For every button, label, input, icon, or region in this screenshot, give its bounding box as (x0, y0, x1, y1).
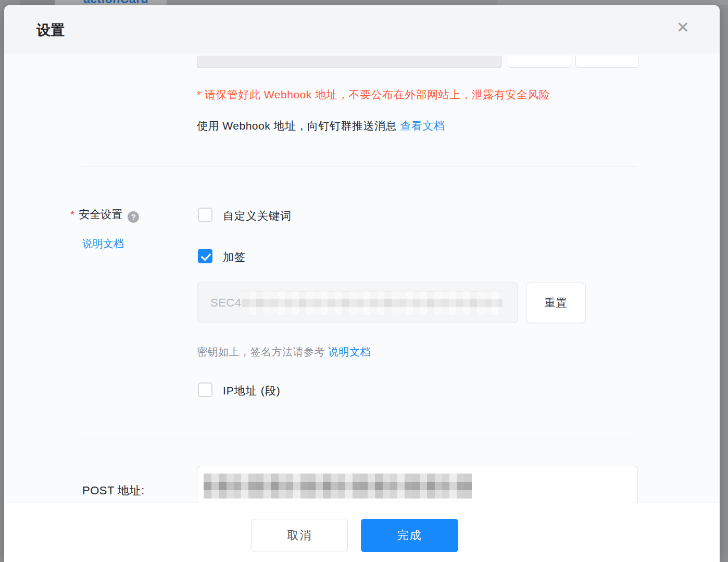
cancel-button[interactable]: 取消 (252, 519, 348, 552)
help-question-icon[interactable]: ? (128, 211, 139, 223)
key-note-text: 密钥如上，签名方法请参考 (197, 346, 325, 357)
backdrop-block (20, 0, 55, 5)
webhook-warning-text: * 请保管好此 Webhook 地址，不要公布在外部网站上，泄露有安全风险 (197, 87, 550, 102)
webhook-url-input[interactable] (197, 56, 501, 68)
checkbox-custom-keywords[interactable] (198, 208, 212, 222)
post-address-redacted-blur (204, 474, 472, 499)
post-address-label: POST 地址: (82, 483, 145, 499)
post-address-input[interactable] (197, 466, 638, 503)
page-overlay: actionCard (0, 0, 728, 5)
section-divider (77, 439, 638, 439)
required-asterisk: * (70, 208, 74, 220)
security-label-text: 安全设置 (79, 208, 122, 220)
secret-key-redacted-blur (242, 291, 503, 315)
confirm-button[interactable]: 完成 (361, 519, 458, 552)
settings-dialog: 设置 ✕ * 请保管好此 Webhook 地址，不要公布在外部网站上，泄露有安全… (4, 5, 720, 562)
view-docs-link[interactable]: 查看文档 (400, 120, 445, 132)
webhook-usage-text: 使用 Webhook 地址，向钉钉群推送消息 查看文档 (197, 119, 445, 133)
checkbox-ip-address[interactable] (198, 382, 212, 397)
webhook-action-button[interactable] (575, 56, 639, 68)
security-docs-link[interactable]: 说明文档 (82, 237, 124, 251)
dialog-title: 设置 (36, 21, 65, 40)
secret-key-note: 密钥如上，签名方法请参考 说明文档 (197, 345, 371, 359)
checkbox-custom-keywords-label[interactable]: 自定义关键词 (223, 209, 292, 223)
usage-text: 使用 Webhook 地址，向钉钉群推送消息 (197, 120, 397, 132)
checkbox-sign-label[interactable]: 加签 (223, 250, 246, 264)
secret-key-input[interactable]: SEC4 (197, 283, 518, 323)
background-partial-text: actionCard (83, 0, 148, 5)
webhook-action-button[interactable] (508, 56, 571, 68)
security-settings-label: *安全设置? (70, 207, 139, 223)
section-divider (81, 167, 638, 167)
backdrop-block: actionCard (55, 0, 167, 5)
close-icon[interactable]: ✕ (676, 20, 689, 35)
checkbox-sign-checked[interactable] (198, 249, 212, 263)
reset-button[interactable]: 重置 (526, 283, 586, 323)
dialog-body: * 请保管好此 Webhook 地址，不要公布在外部网站上，泄露有安全风险 使用… (4, 54, 720, 503)
dialog-header: 设置 ✕ (4, 5, 720, 54)
backdrop-block (497, 0, 728, 5)
secret-key-prefix: SEC4 (210, 296, 241, 310)
key-note-docs-link[interactable]: 说明文档 (328, 346, 371, 357)
checkbox-ip-address-label[interactable]: IP地址 (段) (223, 384, 281, 398)
dialog-footer: 取消 完成 (4, 503, 720, 562)
